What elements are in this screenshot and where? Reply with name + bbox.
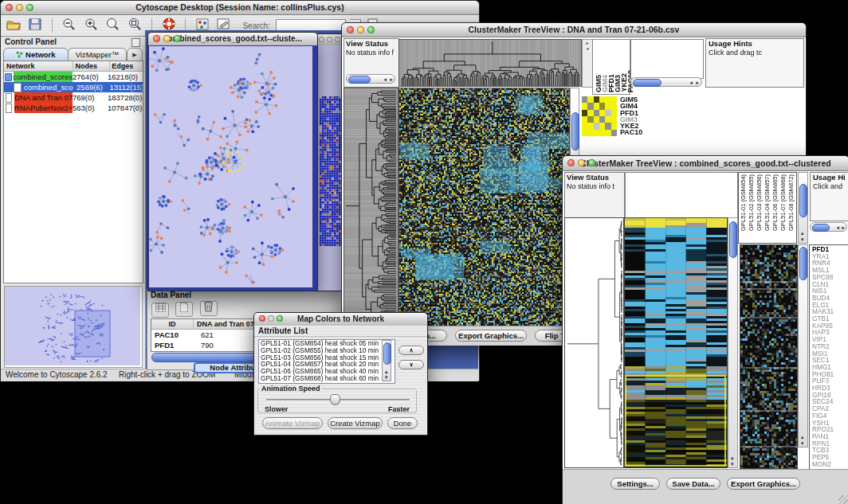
- minimize-button[interactable]: [16, 4, 23, 11]
- tab-network[interactable]: Network: [3, 48, 69, 61]
- move-up-button[interactable]: ∧: [398, 346, 424, 355]
- zoom-button[interactable]: [335, 37, 340, 42]
- matrix-cell[interactable]: [611, 123, 617, 129]
- matrix-cell[interactable]: [587, 103, 593, 109]
- matrix-cell[interactable]: [605, 96, 610, 103]
- matrix-cell[interactable]: [599, 103, 605, 109]
- matrix-cell[interactable]: [605, 116, 610, 123]
- matrix-cell[interactable]: [587, 110, 593, 116]
- window-controls[interactable]: [6, 4, 33, 11]
- similarity-matrix[interactable]: [582, 96, 617, 136]
- usage-hints-hscrollbar[interactable]: ◂▸: [810, 222, 847, 232]
- zoom-selected-icon[interactable]: [106, 18, 120, 33]
- zoom-button[interactable]: [367, 26, 375, 33]
- close-button[interactable]: [319, 37, 324, 42]
- speed-slider-thumb[interactable]: [330, 394, 340, 405]
- network-row[interactable]: combined_scores2764(0)16218(0): [4, 72, 143, 82]
- matrix-cell[interactable]: [594, 130, 599, 136]
- resize-grip[interactable]: [838, 495, 848, 504]
- matrix-cell[interactable]: [599, 96, 605, 103]
- dense-network-grid[interactable]: [320, 96, 342, 246]
- matrix-cell[interactable]: [611, 130, 617, 136]
- dendrogram-scroll-strip[interactable]: ▸◂: [582, 39, 593, 88]
- matrix-cell[interactable]: [599, 130, 605, 136]
- matrix-cell[interactable]: [594, 103, 599, 109]
- matrix-cell[interactable]: [611, 103, 617, 109]
- save-data-button[interactable]: Save Data...: [666, 478, 720, 490]
- settings-button[interactable]: Settings...: [610, 478, 660, 490]
- open-session-icon[interactable]: [6, 18, 21, 33]
- column-dendrogram-canvas[interactable]: [398, 39, 582, 87]
- expression-heatmap-canvas[interactable]: [398, 88, 570, 328]
- table-mode-icon[interactable]: [151, 303, 169, 318]
- network-row[interactable]: combined_sco2569(6)13112(15): [4, 82, 143, 92]
- matrix-cell[interactable]: [587, 116, 593, 123]
- matrix-cell[interactable]: [582, 110, 587, 116]
- matrix-cell[interactable]: [582, 116, 587, 123]
- animate-vizmap-button[interactable]: Animate Vizmap: [262, 417, 323, 429]
- zoom-out-icon[interactable]: [62, 18, 76, 33]
- col-edges[interactable]: Edges: [110, 61, 143, 71]
- export-graphics-button[interactable]: Export Graphics...: [455, 330, 527, 342]
- heatmap-vscrollbar[interactable]: ▴▾: [728, 217, 738, 468]
- export-graphics-button[interactable]: Export Graphics...: [727, 478, 800, 490]
- birdseye-canvas[interactable]: [5, 287, 140, 365]
- minimize-button[interactable]: [163, 35, 171, 42]
- matrix-cell[interactable]: [594, 123, 599, 129]
- column-label-scrollbar[interactable]: ▴▾: [798, 172, 808, 244]
- matrix-cell[interactable]: [611, 96, 617, 103]
- matrix-cell[interactable]: [582, 96, 587, 103]
- zoom-button[interactable]: [174, 35, 181, 42]
- treeview-combined-titlebar[interactable]: ClusterMaker TreeView : combined_scores_…: [563, 156, 848, 171]
- gene-list-scrollbar[interactable]: ▴▾: [798, 244, 808, 447]
- col-nodes[interactable]: Nodes: [73, 61, 110, 71]
- close-button[interactable]: [347, 26, 354, 33]
- main-titlebar[interactable]: Cytoscape Desktop (Session Name: collins…: [1, 1, 479, 15]
- zoom-button[interactable]: [588, 159, 595, 166]
- close-button[interactable]: [6, 4, 13, 11]
- matrix-cell[interactable]: [594, 96, 599, 103]
- network-row[interactable]: DNA and Tran 07769(0)183728(0): [4, 92, 143, 103]
- treeview-dna-titlebar[interactable]: ClusterMaker TreeView : DNA and Tran 07-…: [342, 23, 806, 37]
- matrix-cell[interactable]: [587, 130, 593, 136]
- done-button[interactable]: Done: [387, 417, 418, 429]
- matrix-cell[interactable]: [582, 123, 587, 129]
- close-button[interactable]: [153, 35, 160, 42]
- zoom-in-icon[interactable]: [84, 18, 98, 33]
- matrix-cell[interactable]: [605, 123, 610, 129]
- view-status-hscrollbar[interactable]: ◂▸: [346, 74, 395, 84]
- new-attribute-icon[interactable]: [175, 302, 193, 317]
- matrix-cell[interactable]: [599, 116, 605, 123]
- matrix-cell[interactable]: [599, 123, 605, 129]
- datacol-id[interactable]: ID: [151, 319, 194, 329]
- row-dendrogram-canvas[interactable]: [344, 88, 398, 328]
- matrix-cell[interactable]: [605, 130, 610, 136]
- matrix-cell[interactable]: [582, 130, 587, 136]
- matrix-hscrollbar[interactable]: ◂▸: [630, 77, 702, 87]
- minimize-button[interactable]: [327, 37, 332, 42]
- attribute-list-scrollbar[interactable]: ▴▾: [382, 340, 391, 381]
- network-row[interactable]: RNAPuberNov2+563(0)107847(0): [4, 103, 143, 113]
- gene-label[interactable]: MON2: [812, 461, 848, 468]
- matrix-cell[interactable]: [605, 103, 610, 109]
- col-network[interactable]: Network: [4, 61, 73, 71]
- network-graph-canvas[interactable]: [149, 46, 312, 287]
- expression-heatmap-canvas[interactable]: [624, 217, 728, 468]
- secondary-heatmap-canvas[interactable]: [740, 244, 798, 469]
- zoom-button[interactable]: [277, 315, 283, 322]
- tab-vizmapper[interactable]: VizMapper™: [68, 48, 127, 61]
- matrix-cell[interactable]: [582, 103, 587, 109]
- matrix-cell[interactable]: [611, 110, 617, 116]
- close-button[interactable]: [259, 315, 265, 322]
- minimize-button[interactable]: [268, 315, 274, 322]
- zoom-fit-icon[interactable]: [128, 18, 142, 33]
- create-vizmap-button[interactable]: Create Vizmap: [328, 417, 383, 429]
- matrix-cell[interactable]: [587, 96, 593, 103]
- save-session-icon[interactable]: [29, 18, 41, 33]
- delete-attribute-icon[interactable]: [200, 301, 218, 316]
- close-button[interactable]: [567, 159, 575, 166]
- minimize-button[interactable]: [578, 159, 585, 166]
- matrix-cell[interactable]: [594, 110, 599, 116]
- minimize-button[interactable]: [357, 26, 364, 33]
- gene-label-list[interactable]: PFD1YRA1RNR4MSL1SPC98CLN1NIS1BUD4ELG1MAK…: [809, 244, 848, 471]
